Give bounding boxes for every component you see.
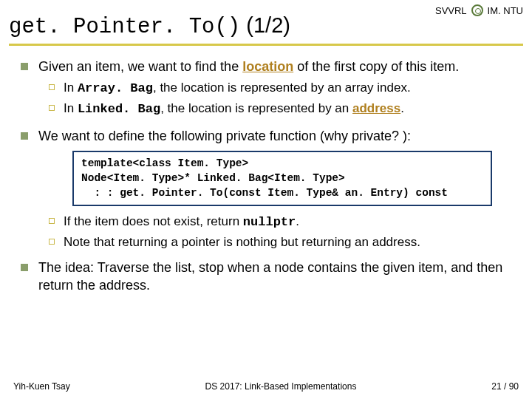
highlight-location: location — [242, 59, 293, 74]
bullet-3-text: The idea: Traverse the list, stop when a… — [38, 259, 519, 295]
square-bullet-icon — [21, 63, 28, 70]
text: , the location is represented by an — [160, 101, 352, 115]
footer: Yih-Kuen Tsay DS 2017: Link-Based Implem… — [13, 381, 519, 392]
text: Given an item, we want to find the — [38, 59, 242, 74]
subbullet-2a-text: If the item does not exist, return nullp… — [64, 214, 299, 231]
square-bullet-icon — [21, 264, 28, 271]
text: If the item does not exist, return — [64, 214, 243, 228]
hollow-square-icon — [49, 239, 55, 245]
subbullet-1b: In Linked. Bag, the location is represen… — [49, 100, 519, 118]
subbullet-2b: Note that returning a pointer is nothing… — [49, 234, 519, 251]
subbullet-1a-text: In Array. Bag, the location is represent… — [64, 80, 411, 98]
title-page: (1/2) — [246, 13, 290, 37]
text: In — [64, 81, 78, 95]
text: of the first copy of this item. — [293, 59, 459, 74]
slide-title: get. Pointer. To() (1/2) — [9, 13, 523, 39]
hollow-square-icon — [49, 84, 55, 90]
text: In — [64, 101, 78, 115]
hollow-square-icon — [49, 218, 55, 224]
square-bullet-icon — [21, 132, 28, 140]
footer-author: Yih-Kuen Tsay — [13, 381, 70, 392]
text: . — [296, 214, 299, 228]
text: . — [400, 101, 404, 115]
title-underline — [9, 44, 523, 46]
text: , the location is represented by an arra… — [153, 81, 411, 95]
subbullet-2a: If the item does not exist, return nullp… — [49, 214, 519, 231]
slide-content: Given an item, we want to find the locat… — [21, 53, 519, 299]
code-box: template<class Item. Type> Node<Item. Ty… — [72, 151, 492, 206]
title-code: get. Pointer. To() — [9, 15, 240, 39]
code-nullptr: nullptr — [243, 215, 296, 229]
subbullet-2b-text: Note that returning a pointer is nothing… — [64, 234, 420, 251]
bullet-2-text: We want to define the following private … — [38, 127, 411, 145]
subbullet-1b-text: In Linked. Bag, the location is represen… — [64, 100, 404, 118]
bullet-3: The idea: Traverse the list, stop when a… — [21, 259, 519, 295]
hollow-square-icon — [49, 105, 55, 111]
title-bar: get. Pointer. To() (1/2) — [9, 13, 523, 46]
bullet-2: We want to define the following private … — [21, 127, 519, 145]
subbullet-1a: In Array. Bag, the location is represent… — [49, 80, 519, 98]
class-linkedbag: Linked. Bag — [78, 102, 160, 116]
class-arraybag: Array. Bag — [78, 81, 153, 95]
bullet-1-text: Given an item, we want to find the locat… — [38, 58, 459, 75]
footer-course: DS 2017: Link-Based Implementations — [205, 381, 357, 392]
bullet-1: Given an item, we want to find the locat… — [21, 58, 519, 75]
highlight-address: address — [352, 101, 400, 115]
footer-page: 21 / 90 — [491, 381, 519, 392]
